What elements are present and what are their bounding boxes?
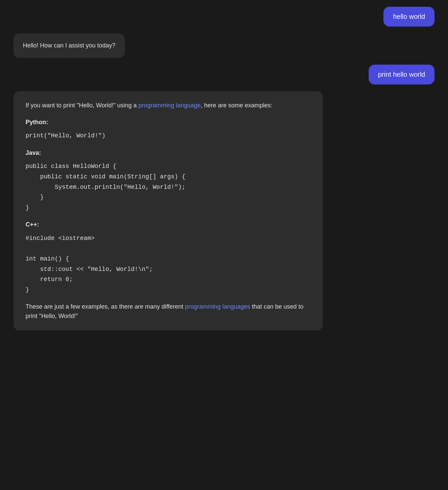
python-heading: Python: [26, 117, 311, 128]
assistant-message-text-1: Hello! How can I assist you today? [23, 42, 115, 49]
footer-text: These are just a few examples, as there … [26, 302, 311, 321]
assistant-message-row-2: If you want to print "Hello, World!" usi… [10, 91, 438, 330]
user-message-row-2: print hello world [10, 65, 438, 84]
user-bubble-2: print hello world [369, 65, 435, 84]
user-message-text-2: print hello world [378, 71, 425, 78]
assistant-intro-text: If you want to print "Hello, World!" usi… [26, 101, 311, 110]
assistant-message-row-1: Hello! How can I assist you today? [10, 33, 438, 58]
user-message-row-1: hello world [10, 7, 438, 27]
user-message-text-1: hello world [393, 13, 425, 20]
user-bubble-1: hello world [383, 7, 435, 27]
java-code: public class HelloWorld { public static … [26, 161, 311, 213]
java-heading: Java: [26, 148, 311, 158]
assistant-bubble-1: Hello! How can I assist you today? [13, 33, 125, 58]
intro-after-link: , here are some examples: [201, 102, 272, 109]
programming-language-link-1[interactable]: programming language [139, 102, 201, 109]
footer-before-link: These are just a few examples, as there … [26, 303, 185, 310]
chat-container: hello world Hello! How can I assist you … [10, 7, 438, 337]
assistant-bubble-2: If you want to print "Hello, World!" usi… [13, 91, 323, 330]
programming-language-link-2[interactable]: programming languages [185, 303, 250, 310]
cpp-heading: C++: [26, 219, 311, 230]
intro-before-link: If you want to print "Hello, World!" usi… [26, 102, 139, 109]
python-code: print("Hello, World!") [26, 131, 311, 141]
cpp-code: #include <iostream> int main() { std::co… [26, 233, 311, 295]
